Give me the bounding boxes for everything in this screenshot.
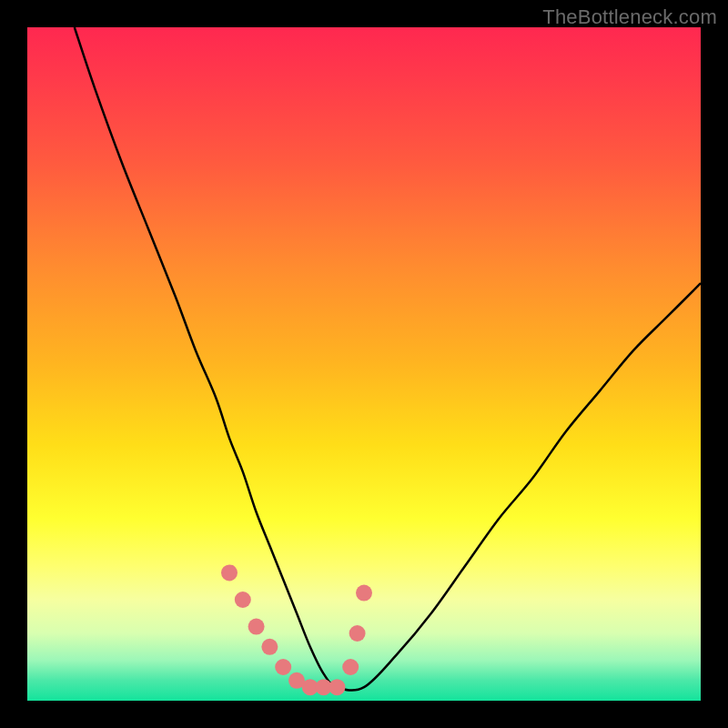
- watermark-text: TheBottleneck.com: [542, 5, 717, 29]
- marker-dot: [248, 619, 265, 635]
- plot-area: [27, 27, 701, 701]
- marker-dot: [235, 592, 251, 608]
- marker-layer: [221, 564, 372, 695]
- marker-dot: [342, 659, 359, 675]
- chart-svg: [27, 27, 701, 701]
- marker-dot: [356, 585, 372, 602]
- marker-dot: [275, 659, 291, 675]
- marker-dot: [349, 625, 366, 642]
- chart-frame: TheBottleneck.com: [0, 0, 728, 728]
- marker-dot: [329, 679, 345, 695]
- curve-layer: [75, 27, 701, 691]
- bottleneck-curve: [75, 27, 701, 691]
- marker-dot: [221, 564, 238, 581]
- marker-dot: [261, 639, 278, 655]
